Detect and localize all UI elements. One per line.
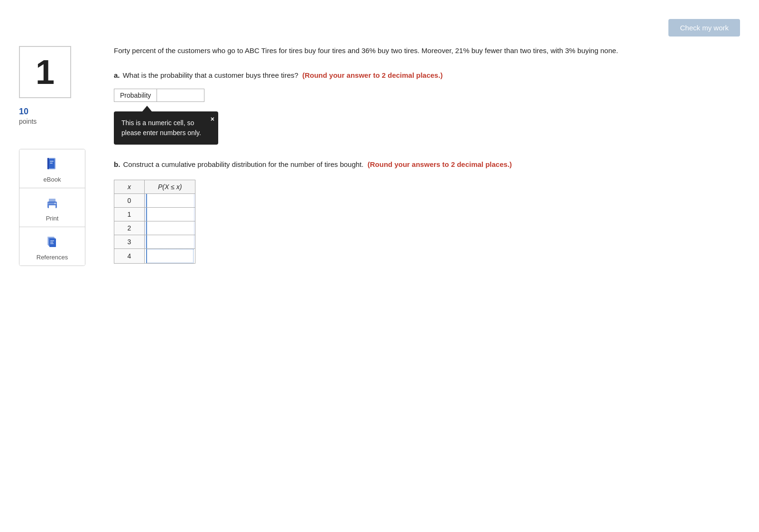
probability-row: Probability × This is a numeric cell, so… <box>114 89 740 145</box>
print-label: Print <box>46 215 59 222</box>
table-prob-input[interactable] <box>146 208 194 221</box>
table-cell-prob <box>145 208 195 221</box>
table-prob-input[interactable] <box>146 249 194 263</box>
distribution-table: x P(X ≤ x) 01234 <box>114 180 195 264</box>
svg-rect-16 <box>50 243 54 244</box>
table-cell-x: 3 <box>114 235 145 249</box>
part-a-question: a. What is the probability that a custom… <box>114 70 740 81</box>
tooltip-box: × This is a numeric cell, so please ente… <box>114 111 218 145</box>
table-cell-prob <box>145 194 195 208</box>
svg-rect-14 <box>50 240 54 241</box>
sidebar-item-references[interactable]: References <box>19 227 85 266</box>
table-row: 2 <box>114 221 195 235</box>
part-a-question-text: What is the probability that a customer … <box>123 71 298 79</box>
sidebar-item-ebook[interactable]: eBook <box>19 149 85 188</box>
book-icon <box>44 156 61 173</box>
svg-rect-8 <box>49 205 56 209</box>
sidebar-tools: eBook Print <box>19 149 85 266</box>
table-cell-prob <box>145 221 195 235</box>
tooltip-container: × This is a numeric cell, so please ente… <box>114 106 218 145</box>
table-cell-x: 0 <box>114 194 145 208</box>
svg-rect-13 <box>49 238 56 247</box>
question-number: 1 <box>36 53 55 92</box>
references-label: References <box>37 254 68 261</box>
svg-point-10 <box>55 203 56 204</box>
main-content: Forty percent of the customers who go to… <box>95 41 740 266</box>
part-b-question-text: Construct a cumulative probability distr… <box>123 160 364 168</box>
probability-label-text: Probability <box>114 89 157 102</box>
table-row: 3 <box>114 235 195 249</box>
table-row: 0 <box>114 194 195 208</box>
table-prob-input[interactable] <box>146 235 194 248</box>
svg-rect-3 <box>47 158 49 169</box>
table-cell-prob <box>145 235 195 249</box>
part-a-container: a. What is the probability that a custom… <box>114 70 740 145</box>
svg-rect-7 <box>49 199 56 202</box>
check-my-work-button[interactable]: Check my work <box>668 19 740 37</box>
tooltip-close-button[interactable]: × <box>211 114 214 124</box>
table-row: 1 <box>114 208 195 221</box>
part-b-question: b. Construct a cumulative probability di… <box>114 159 740 170</box>
sidebar-item-print[interactable]: Print <box>19 188 85 227</box>
svg-rect-5 <box>50 163 53 164</box>
table-prob-input[interactable] <box>146 221 194 235</box>
page-container: Check my work 1 10 points <box>0 0 759 532</box>
problem-text: Forty percent of the customers who go to… <box>114 45 740 56</box>
table-prob-input[interactable] <box>146 194 194 207</box>
points-value: 10 <box>19 107 28 117</box>
main-layout: 1 10 points eBook <box>0 41 759 266</box>
tooltip-text: This is a numeric cell, so please enter … <box>121 119 201 137</box>
references-icon <box>44 234 61 251</box>
part-a-label: a. <box>114 71 120 79</box>
svg-rect-4 <box>50 161 54 162</box>
print-icon <box>44 195 61 212</box>
table-cell-x: 2 <box>114 221 145 235</box>
points-label: points <box>19 118 37 125</box>
svg-rect-15 <box>50 242 53 243</box>
part-a-round-instruction: (Round your answer to 2 decimal places.) <box>302 71 443 79</box>
table-cell-x: 1 <box>114 208 145 221</box>
probability-input-row: Probability <box>114 89 740 102</box>
left-sidebar: 1 10 points eBook <box>19 41 95 266</box>
table-cell-prob <box>145 249 195 264</box>
ebook-label: eBook <box>44 176 61 183</box>
part-b-label: b. <box>114 160 120 168</box>
table-row: 4 <box>114 249 195 264</box>
part-b-container: b. Construct a cumulative probability di… <box>114 159 740 264</box>
probability-input[interactable] <box>157 89 204 102</box>
top-bar: Check my work <box>0 14 759 41</box>
table-col1-header: x <box>114 180 145 194</box>
table-cell-x: 4 <box>114 249 145 264</box>
part-b-round-instruction: (Round your answers to 2 decimal places.… <box>368 160 512 168</box>
tooltip-arrow <box>142 106 152 111</box>
table-col2-header: P(X ≤ x) <box>145 180 195 194</box>
question-number-box: 1 <box>19 46 71 98</box>
